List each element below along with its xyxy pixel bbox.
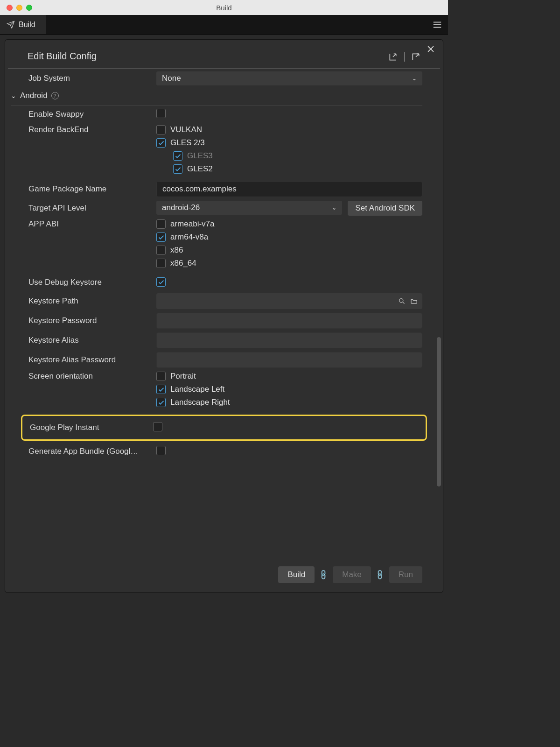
make-button[interactable]: Make <box>333 566 371 583</box>
landscape-right-checkbox[interactable] <box>156 398 166 407</box>
close-window-button[interactable] <box>7 5 13 11</box>
chevron-down-icon: ⌄ <box>412 75 417 82</box>
keystore-alias-password-label: Keystore Alias Password <box>26 355 156 365</box>
render-backend-label: Render BackEnd <box>26 125 156 134</box>
screen-orientation-label: Screen orientation <box>26 372 156 381</box>
target-api-select[interactable]: android-26 ⌄ <box>156 201 342 215</box>
panel-actions <box>388 52 420 62</box>
app-bundle-label: Generate App Bundle (Googl… <box>26 447 156 456</box>
link-icon: 🔗 <box>374 569 386 581</box>
package-name-label: Game Package Name <box>26 184 156 194</box>
keystore-password-input[interactable] <box>156 313 422 329</box>
import-icon[interactable] <box>388 52 398 62</box>
x86-checkbox[interactable] <box>156 246 166 255</box>
chevron-down-icon: ⌄ <box>332 204 336 211</box>
link-icon: 🔗 <box>318 569 330 581</box>
job-system-label: Job System <box>26 74 156 83</box>
android-section-header[interactable]: ⌄ Android ? <box>11 87 422 106</box>
maximize-window-button[interactable] <box>26 5 32 11</box>
debug-keystore-label: Use Debug Keystore <box>26 278 156 287</box>
google-play-instant-highlight: Google Play Instant <box>21 415 427 441</box>
debug-keystore-checkbox[interactable] <box>156 277 166 287</box>
gles2-checkbox[interactable] <box>173 164 182 174</box>
google-play-instant-label: Google Play Instant <box>27 423 153 432</box>
panel-footer: Build 🔗 Make 🔗 Run <box>278 566 422 583</box>
run-button[interactable]: Run <box>389 566 422 583</box>
folder-open-icon[interactable] <box>410 297 418 305</box>
chevron-down-icon: ⌄ <box>11 92 16 99</box>
traffic-lights <box>0 5 32 11</box>
window-title: Build <box>216 4 231 12</box>
x86-64-checkbox[interactable] <box>156 259 166 268</box>
svg-line-6 <box>402 302 404 304</box>
export-icon[interactable] <box>411 52 420 62</box>
close-panel-button[interactable] <box>426 44 435 56</box>
job-system-select[interactable]: None ⌄ <box>156 71 422 85</box>
svg-point-5 <box>399 299 403 303</box>
build-button[interactable]: Build <box>278 566 315 583</box>
app-bundle-checkbox[interactable] <box>156 446 166 455</box>
window-titlebar: Build <box>0 0 448 15</box>
google-play-instant-checkbox[interactable] <box>153 422 162 431</box>
set-android-sdk-button[interactable]: Set Android SDK <box>348 201 422 216</box>
panel-title: Edit Build Config <box>28 51 97 62</box>
enable-swappy-label: Enable Swappy <box>26 110 156 119</box>
scrollbar[interactable] <box>437 337 441 486</box>
tab-bar: Build <box>0 15 448 35</box>
keystore-path-group <box>156 293 422 309</box>
package-name-input[interactable] <box>156 181 422 197</box>
keystore-path-label: Keystore Path <box>26 296 156 306</box>
armeabi-v7a-checkbox[interactable] <box>156 219 166 229</box>
build-config-panel: Edit Build Config Job System None ⌄ <box>5 39 443 593</box>
landscape-left-checkbox[interactable] <box>156 385 166 394</box>
keystore-alias-password-input[interactable] <box>156 352 422 368</box>
tab-build[interactable]: Build <box>0 15 46 34</box>
vulkan-checkbox[interactable] <box>156 125 166 134</box>
enable-swappy-checkbox[interactable] <box>156 109 166 118</box>
keystore-password-label: Keystore Password <box>26 316 156 325</box>
keystore-alias-label: Keystore Alias <box>26 336 156 345</box>
gles23-checkbox[interactable] <box>156 138 166 148</box>
keystore-alias-input[interactable] <box>156 332 422 348</box>
arm64-v8a-checkbox[interactable] <box>156 233 166 242</box>
gles3-checkbox[interactable] <box>173 151 182 161</box>
target-api-label: Target API Level <box>26 204 156 213</box>
help-icon[interactable]: ? <box>51 92 59 99</box>
portrait-checkbox[interactable] <box>156 372 166 381</box>
search-icon[interactable] <box>398 297 406 305</box>
divider <box>404 52 405 62</box>
app-abi-label: APP ABI <box>26 219 156 229</box>
minimize-window-button[interactable] <box>16 5 22 11</box>
hamburger-menu-icon[interactable] <box>432 20 442 30</box>
paper-plane-icon <box>7 21 15 29</box>
tab-label: Build <box>19 21 35 29</box>
keystore-path-input[interactable] <box>156 293 393 309</box>
